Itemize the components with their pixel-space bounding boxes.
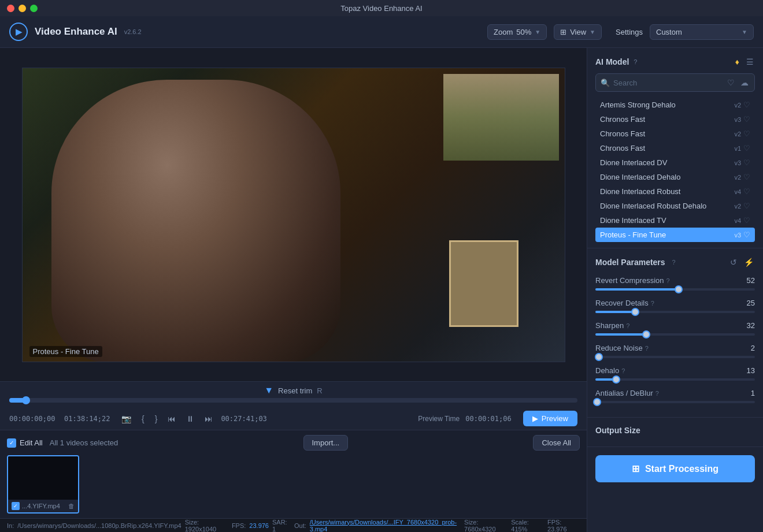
model-list-item[interactable]: Dione Interlaced Robust Dehalo v2 ♡: [595, 199, 755, 213]
edit-all-checkbox[interactable]: ✓: [7, 438, 16, 448]
model-item-favorite-icon[interactable]: ♡: [743, 202, 750, 210]
pause-button[interactable]: ⏸: [184, 413, 197, 425]
model-item-name: Chronos Fast: [600, 144, 729, 152]
model-list-item[interactable]: Dione Interlaced DV v3 ♡: [595, 155, 755, 170]
model-list-item[interactable]: Proteus - Fine Tune v3 ♡: [595, 228, 755, 242]
close-window-button[interactable]: [7, 5, 14, 12]
param-slider-thumb[interactable]: [642, 330, 650, 338]
model-item-favorite-icon[interactable]: ♡: [743, 129, 750, 138]
model-search-cloud-icon[interactable]: ☁: [739, 77, 750, 88]
ai-model-help-icon[interactable]: ?: [634, 58, 637, 65]
param-slider[interactable]: [595, 401, 755, 403]
param-slider-fill: [595, 333, 646, 336]
model-params-header: Model Parameters ? ↺ ⚡: [595, 256, 755, 268]
maximize-window-button[interactable]: [30, 5, 38, 12]
mark-out-button[interactable]: }: [153, 413, 160, 425]
view-control[interactable]: ⊞ View ▼: [554, 24, 602, 40]
model-list-item[interactable]: Chronos Fast v3 ♡: [595, 112, 755, 127]
model-list-item[interactable]: Dione Interlaced Dehalo v2 ♡: [595, 170, 755, 184]
model-item-version: v3: [734, 116, 741, 123]
model-item-name: Proteus - Fine Tune: [600, 230, 729, 239]
reset-trim-label[interactable]: Reset trim: [278, 386, 312, 395]
param-help-icon[interactable]: ?: [655, 390, 659, 397]
settings-value: Custom: [656, 28, 682, 36]
model-item-favorite-icon[interactable]: ♡: [743, 216, 750, 225]
scrubber-thumb[interactable]: [22, 396, 30, 404]
output-size-title: Output Size: [595, 426, 755, 435]
status-bar: In: /Users/wimarys/Downloads/...1080p.Br…: [0, 518, 587, 532]
model-list-item[interactable]: Chronos Fast v1 ♡: [595, 141, 755, 155]
model-item-version: v2: [734, 174, 741, 181]
param-help-icon[interactable]: ?: [651, 300, 654, 307]
model-item-favorite-icon[interactable]: ♡: [743, 173, 750, 181]
start-processing-section: ⊞ Start Processing: [587, 447, 763, 490]
model-params-reset-icon[interactable]: ↺: [729, 256, 738, 268]
preview-button[interactable]: ▶ Preview: [523, 411, 577, 426]
model-item-favorite-icon[interactable]: ♡: [743, 230, 750, 239]
param-help-icon[interactable]: ?: [666, 277, 670, 284]
model-item-favorite-icon[interactable]: ♡: [743, 115, 750, 124]
param-slider-thumb[interactable]: [612, 375, 620, 384]
model-list-item[interactable]: Artemis Strong Dehalo v2 ♡: [595, 98, 755, 112]
param-help-icon[interactable]: ?: [621, 367, 625, 374]
ai-model-favorite-icon[interactable]: ♦: [734, 56, 740, 68]
preview-time-value: 00:00:01;06: [465, 415, 511, 423]
step-forward-button[interactable]: ⏭: [202, 413, 215, 425]
view-chevron-icon: ▼: [590, 29, 595, 35]
param-label-row: Dehalo ? 13: [595, 366, 755, 375]
model-item-version: v4: [734, 188, 741, 195]
reset-trim-key: R: [317, 386, 322, 395]
param-slider[interactable]: [595, 311, 755, 313]
param-help-icon[interactable]: ?: [626, 322, 629, 329]
param-help-icon[interactable]: ?: [645, 345, 649, 352]
param-slider-thumb[interactable]: [631, 308, 639, 316]
model-search-favorite-icon[interactable]: ♡: [726, 77, 736, 88]
ai-model-list-icon[interactable]: ☰: [745, 56, 755, 68]
file-thumb-image: [8, 456, 79, 500]
param-slider-thumb[interactable]: [675, 285, 683, 293]
minimize-window-button[interactable]: [18, 5, 26, 12]
step-back-button[interactable]: ⏮: [165, 413, 178, 425]
model-search-input[interactable]: [613, 79, 723, 87]
start-processing-icon: ⊞: [632, 463, 639, 474]
param-label: Reduce Noise: [595, 344, 643, 352]
model-item-favorite-icon[interactable]: ♡: [743, 158, 750, 167]
param-slider[interactable]: [595, 288, 755, 291]
close-all-button[interactable]: Close All: [533, 435, 580, 451]
settings-dropdown[interactable]: Custom ▼: [650, 24, 754, 40]
param-value: 32: [739, 321, 755, 330]
param-slider-thumb[interactable]: [595, 353, 603, 361]
param-slider[interactable]: [595, 378, 755, 381]
param-slider-thumb[interactable]: [593, 398, 601, 406]
window-controls: [7, 5, 38, 12]
model-item-favorite-icon[interactable]: ♡: [743, 187, 750, 196]
start-processing-button[interactable]: ⊞ Start Processing: [595, 455, 755, 482]
file-thumbnail[interactable]: ✓ ...4.YIFY.mp4 🗑: [7, 455, 79, 514]
thumb-delete-icon[interactable]: 🗑: [68, 503, 75, 509]
model-item-name: Dione Interlaced DV: [600, 158, 729, 167]
model-item-version: v2: [734, 131, 741, 137]
status-out-path[interactable]: /Users/wimarys/Downloads/...IFY_7680x432…: [310, 519, 461, 533]
zoom-control[interactable]: Zoom 50% ▼: [487, 24, 547, 40]
right-panel: AI Model ? ♦ ☰ 🔍 ♡ ☁ Artemis Strong Deha…: [587, 48, 763, 532]
edit-all-checkbox-group[interactable]: ✓ Edit All: [7, 438, 43, 448]
thumb-checkbox[interactable]: ✓: [12, 502, 20, 510]
model-list-item[interactable]: Dione Interlaced Robust v4 ♡: [595, 184, 755, 199]
video-background-window: [443, 74, 559, 161]
snapshot-button[interactable]: 📷: [119, 413, 134, 425]
model-item-favorite-icon[interactable]: ♡: [743, 144, 750, 152]
param-slider[interactable]: [595, 333, 755, 336]
param-slider[interactable]: [595, 356, 755, 358]
model-params-help-icon[interactable]: ?: [672, 259, 676, 266]
status-in-label: In:: [7, 522, 14, 529]
video-frame: Proteus - Fine Tune: [22, 68, 565, 362]
scrubber-bar[interactable]: [9, 398, 577, 403]
param-row: Sharpen ? 32: [595, 321, 755, 336]
mark-in-button[interactable]: {: [139, 413, 147, 425]
file-thumb-label: ✓ ...4.YIFY.mp4 🗑: [8, 500, 78, 512]
model-list-item[interactable]: Chronos Fast v2 ♡: [595, 127, 755, 141]
model-item-favorite-icon[interactable]: ♡: [743, 101, 750, 109]
model-params-add-icon[interactable]: ⚡: [743, 256, 755, 268]
import-button[interactable]: Import...: [303, 435, 349, 451]
model-list-item[interactable]: Dione Interlaced TV v4 ♡: [595, 213, 755, 228]
